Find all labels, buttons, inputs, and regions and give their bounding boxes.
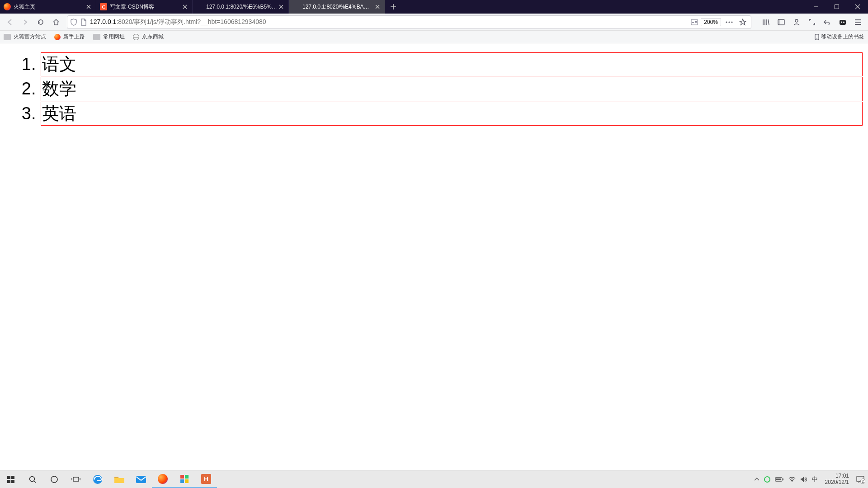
account-icon[interactable] <box>789 15 804 29</box>
tab-firefox-home[interactable]: 火狐主页 <box>0 0 96 14</box>
ordered-list: 语文 数学 英语 <box>5 52 863 126</box>
explorer-app[interactable] <box>108 470 130 488</box>
system-tray: 中 17:01 2020/12/1 2 <box>754 473 868 486</box>
blank-icon <box>196 3 203 10</box>
tray-sync-icon[interactable] <box>764 476 770 483</box>
cortana-button[interactable] <box>43 470 65 488</box>
list-item: 语文 <box>41 52 863 76</box>
list-item-text: 英语 <box>42 104 76 123</box>
page-viewport: 语文 数学 英语 <box>0 43 868 470</box>
tab-label: 127.0.0.1:8020/%E4%BA%8B%E5 <box>302 4 374 10</box>
minimize-button[interactable] <box>806 0 826 14</box>
app-generic-1[interactable] <box>174 470 195 488</box>
toolbar-right <box>759 15 865 29</box>
list-item: 数学 <box>41 77 863 101</box>
svg-point-20 <box>30 476 35 481</box>
list-item-text: 数学 <box>42 79 76 98</box>
home-button[interactable] <box>49 15 63 29</box>
hbuilder-app[interactable]: H <box>195 470 217 488</box>
zoom-level-badge[interactable]: 200% <box>701 18 721 26</box>
clock-date: 2020/12/1 <box>825 479 849 486</box>
reader-icon[interactable] <box>691 19 698 25</box>
window-controls <box>806 0 868 14</box>
svg-rect-33 <box>776 479 781 480</box>
tray-volume-icon[interactable] <box>800 476 807 483</box>
blank-icon <box>292 3 300 10</box>
svg-point-7 <box>731 21 732 23</box>
close-icon[interactable] <box>181 3 189 10</box>
undo-close-tab-icon[interactable] <box>820 15 835 29</box>
bookmark-label: 常用网址 <box>103 33 125 41</box>
tab-local-1[interactable]: 127.0.0.1:8020/%E6%B5%AE%E5 <box>193 0 289 14</box>
hbuilder-icon: H <box>201 474 211 484</box>
app-icon <box>179 474 190 484</box>
library-icon[interactable] <box>759 15 773 29</box>
bookmark-item-getting-started[interactable]: 新手上路 <box>54 33 85 41</box>
tab-label: 写文章-CSDN博客 <box>110 3 181 11</box>
close-icon[interactable] <box>374 3 381 10</box>
page-icon <box>80 19 87 26</box>
url-host: 127.0.0.1 <box>90 18 116 25</box>
tab-csdn[interactable]: C 写文章-CSDN博客 <box>96 0 193 14</box>
firefox-icon <box>158 474 168 484</box>
task-view-button[interactable] <box>65 470 87 488</box>
tray-ime[interactable]: 中 <box>812 475 818 483</box>
close-window-button[interactable] <box>847 0 868 14</box>
edge-icon <box>92 474 103 485</box>
taskbar: H 中 17:01 2020/12/1 2 <box>0 470 868 488</box>
svg-rect-27 <box>185 475 189 479</box>
tab-local-2-active[interactable]: 127.0.0.1:8020/%E4%BA%8B%E5 <box>289 0 385 14</box>
svg-rect-22 <box>73 477 79 481</box>
globe-icon <box>133 34 139 40</box>
new-tab-button[interactable] <box>385 0 401 14</box>
tray-clock[interactable]: 17:01 2020/12/1 <box>822 473 852 486</box>
sidebar-icon[interactable] <box>774 15 788 29</box>
app-menu-icon[interactable] <box>851 15 865 29</box>
search-button[interactable] <box>22 470 43 488</box>
phone-icon <box>815 34 819 40</box>
bookmark-star-icon[interactable] <box>737 15 748 29</box>
screenshot-icon[interactable] <box>805 15 819 29</box>
url-path: :8020/事列1/js/浮动事列.html?__hbt=16068129340… <box>116 18 266 25</box>
url-text: 127.0.0.1:8020/事列1/js/浮动事列.html?__hbt=16… <box>90 18 688 26</box>
edge-app[interactable] <box>87 470 108 488</box>
tray-chevron-icon[interactable] <box>754 478 760 481</box>
url-bar[interactable]: 127.0.0.1:8020/事列1/js/浮动事列.html?__hbt=16… <box>67 15 751 29</box>
svg-rect-16 <box>7 476 10 479</box>
bookmark-item-official[interactable]: 火狐官方站点 <box>4 33 46 41</box>
forward-button[interactable] <box>18 15 33 29</box>
start-button[interactable] <box>0 470 22 488</box>
bookmarks-bar: 火狐官方站点 新手上路 常用网址 京东商城 移动设备上的书签 <box>0 31 868 43</box>
svg-rect-4 <box>695 21 697 23</box>
svg-rect-9 <box>778 19 780 25</box>
firefox-icon <box>54 34 61 40</box>
svg-rect-11 <box>840 20 846 25</box>
bookmark-item-jd[interactable]: 京东商城 <box>133 33 164 41</box>
close-icon[interactable] <box>278 3 285 10</box>
close-icon[interactable] <box>85 3 92 10</box>
tray-wifi-icon[interactable] <box>788 477 796 482</box>
svg-point-21 <box>51 476 57 483</box>
back-button[interactable] <box>3 15 17 29</box>
svg-rect-3 <box>692 22 694 23</box>
mobile-bookmarks[interactable]: 移动设备上的书签 <box>815 33 864 41</box>
svg-rect-19 <box>11 480 14 483</box>
taskbar-left: H <box>0 470 217 488</box>
csdn-icon: C <box>100 3 107 10</box>
bookmark-label: 新手上路 <box>63 33 85 41</box>
extension-icon[interactable] <box>835 15 850 29</box>
mail-app[interactable] <box>130 470 152 488</box>
reload-button[interactable] <box>33 15 48 29</box>
maximize-button[interactable] <box>826 0 847 14</box>
page-actions-button[interactable] <box>724 15 735 29</box>
folder-icon <box>4 34 11 40</box>
bookmark-item-common[interactable]: 常用网址 <box>93 33 125 41</box>
svg-rect-0 <box>835 5 839 9</box>
firefox-app[interactable] <box>152 470 174 488</box>
svg-point-30 <box>764 477 770 482</box>
bookmark-label: 火狐官方站点 <box>14 33 46 41</box>
svg-point-10 <box>795 19 798 22</box>
list-item-text: 语文 <box>42 55 76 74</box>
tray-notifications-icon[interactable]: 2 <box>856 476 864 483</box>
tray-battery-icon[interactable] <box>775 477 784 482</box>
